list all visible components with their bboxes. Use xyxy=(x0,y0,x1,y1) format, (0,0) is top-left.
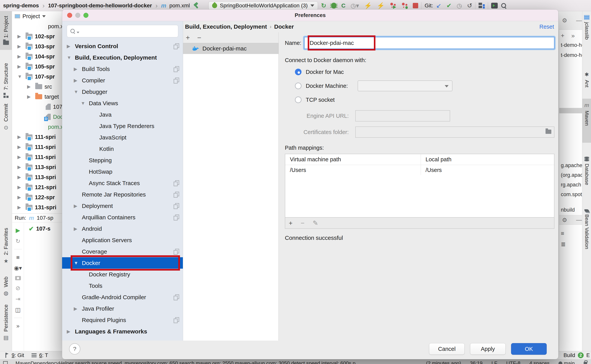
project-tree-row[interactable]: pom.xml xyxy=(12,21,62,31)
project-tree-row[interactable]: 111-spri xyxy=(12,132,62,142)
tree-arrow-icon[interactable] xyxy=(17,54,24,59)
tool-button-ant[interactable]: ✱ Ant xyxy=(582,72,591,87)
project-tree-row[interactable]: 113-spri xyxy=(12,172,62,182)
radio-on-icon[interactable] xyxy=(295,69,302,75)
column-header-local-path[interactable]: Local path xyxy=(421,154,554,165)
expand-icon[interactable]: ≣ xyxy=(561,241,582,247)
project-panel-header[interactable]: Project xyxy=(12,11,62,21)
minimize-window-button[interactable] xyxy=(75,13,80,18)
add-mapping-button[interactable]: + xyxy=(289,219,293,227)
radio-tcp-socket[interactable]: TCP socket xyxy=(285,94,554,105)
tree-arrow-icon[interactable] xyxy=(17,164,24,170)
radio-off-icon[interactable] xyxy=(295,83,302,89)
settings-search-input[interactable] xyxy=(67,25,178,37)
tree-arrow-icon[interactable] xyxy=(67,340,73,341)
git-update-icon[interactable]: ↙ xyxy=(436,2,441,9)
breadcrumb-module[interactable]: 107-springboot-demo-helloworld-docker xyxy=(48,2,152,9)
run-with-coverage-icon[interactable]: C xyxy=(341,3,346,8)
settings-tree-item[interactable]: Docker Registry xyxy=(62,269,183,280)
tree-arrow-icon[interactable] xyxy=(17,44,24,49)
tool-button-build[interactable]: Build xyxy=(564,352,575,358)
more-actions-icon[interactable]: » xyxy=(16,323,20,329)
encoding[interactable]: UTF-8 xyxy=(506,360,521,364)
hide-panel-icon[interactable]: — xyxy=(576,217,582,223)
search-options-caret-icon[interactable] xyxy=(77,32,79,33)
project-tree-row[interactable]: 107-spr xyxy=(12,72,62,82)
tree-arrow-icon[interactable] xyxy=(17,34,24,39)
show-passed-eye-icon[interactable]: ◉▾ xyxy=(14,265,22,271)
settings-tree-item[interactable]: Gradle-Android Compiler xyxy=(62,292,183,303)
run-anything-icon[interactable] xyxy=(491,3,498,8)
stop-button[interactable] xyxy=(413,3,418,8)
project-tree-row[interactable]: 131-spri xyxy=(12,202,62,212)
tree-arrow-icon[interactable] xyxy=(67,44,73,49)
settings-tree-item[interactable]: Java xyxy=(62,109,183,120)
tool-button-structure[interactable]: 7: Structure xyxy=(0,63,12,98)
tool-button-bean-validation[interactable]: Bean Validation xyxy=(582,209,591,249)
mute-breakpoints-icon[interactable]: ⊘ xyxy=(15,285,20,291)
tree-arrow-icon[interactable] xyxy=(17,64,24,69)
git-rollback-icon[interactable]: ↺ xyxy=(467,2,472,9)
maven-dep-row[interactable]: (org.apac xyxy=(561,172,582,178)
remove-mapping-button[interactable]: − xyxy=(301,219,305,227)
tool-button-project[interactable]: 1: Project xyxy=(0,16,12,45)
git-history-icon[interactable]: ◷ xyxy=(457,2,462,9)
sort-icon[interactable]: ≡ xyxy=(561,230,582,237)
rerun-failed-icon[interactable]: ↻ xyxy=(15,238,20,244)
gear-icon[interactable]: ⚙ xyxy=(562,17,567,24)
settings-tree-item[interactable]: Debugger xyxy=(62,86,183,98)
line-ending[interactable]: LF xyxy=(492,360,497,364)
run-config-name[interactable]: 107-sp xyxy=(37,215,53,221)
apply-button[interactable]: Apply xyxy=(470,343,506,355)
split-view-icon[interactable]: ◫ xyxy=(15,307,20,313)
settings-tree-item[interactable]: Tools xyxy=(62,280,183,292)
docker-machine-select[interactable] xyxy=(358,80,453,91)
breadcrumb-project[interactable]: spring-demos xyxy=(3,2,39,9)
maven-dep-row[interactable]: rg.apach xyxy=(561,182,582,188)
settings-tree-item[interactable]: HotSwap xyxy=(62,166,183,177)
tree-arrow-icon[interactable] xyxy=(67,55,73,60)
event-count-badge[interactable]: 2 xyxy=(578,352,584,358)
maven-module-row[interactable]: t-demo-he xyxy=(561,42,582,48)
tree-arrow-icon[interactable] xyxy=(74,203,80,209)
radio-docker-machine[interactable]: Docker Machine: xyxy=(285,80,554,91)
settings-tree-item[interactable]: Async Stack Traces xyxy=(62,177,183,189)
tree-arrow-icon[interactable] xyxy=(17,195,24,200)
tree-arrow-icon[interactable] xyxy=(17,175,24,180)
tree-arrow-icon[interactable] xyxy=(74,78,80,83)
help-button[interactable]: ? xyxy=(69,343,80,355)
profiler-icon[interactable]: ◷▾ xyxy=(350,2,359,9)
tree-arrow-icon[interactable] xyxy=(17,134,24,140)
stop-icon[interactable]: ■ xyxy=(16,254,20,260)
tree-arrow-icon[interactable] xyxy=(17,205,24,210)
settings-tree-item[interactable]: Data Views xyxy=(62,98,183,109)
rerun-icon[interactable]: ▶ xyxy=(16,228,20,233)
project-tree-row[interactable]: 111-spri xyxy=(12,152,62,162)
settings-tree-item[interactable]: Coverage xyxy=(62,246,183,257)
settings-tree-item[interactable]: Compiler xyxy=(62,75,183,86)
vm-path-cell[interactable]: /Users xyxy=(285,165,421,175)
tree-arrow-icon[interactable] xyxy=(27,94,34,99)
search-everywhere-icon[interactable] xyxy=(501,3,507,8)
maven-dep-row[interactable]: g.apache xyxy=(561,162,582,169)
project-tree-row[interactable]: 104-spr xyxy=(12,52,62,61)
tree-arrow-icon[interactable] xyxy=(17,184,24,190)
build-hammer-icon[interactable] xyxy=(193,2,199,9)
toolwindow-toggle-icon[interactable] xyxy=(3,361,8,364)
git-commit-icon[interactable]: ✔ xyxy=(447,2,452,9)
tool-button-persistence[interactable]: Persistence ▤ xyxy=(0,305,12,341)
settings-tree-item[interactable]: Deployment xyxy=(62,200,183,212)
tree-arrow-icon[interactable] xyxy=(74,306,80,311)
maven-dep-row[interactable]: com.spoti xyxy=(561,191,582,197)
settings-tree-item[interactable]: JavaScript xyxy=(62,132,183,143)
tool-button-todo[interactable]: 6: T xyxy=(39,352,48,358)
tree-arrow-icon[interactable] xyxy=(81,101,87,106)
settings-tree-item[interactable]: Arquillian Containers xyxy=(62,212,183,223)
jump-to-source-icon[interactable]: ⇥ xyxy=(15,296,20,302)
remove-docker-button[interactable]: − xyxy=(197,34,201,42)
run-button[interactable]: ↻ xyxy=(321,2,326,9)
settings-tree-item[interactable]: Build Tools xyxy=(62,63,183,75)
edit-mapping-button[interactable]: ✎ xyxy=(313,219,318,227)
maven-dep-row[interactable]: nbuild xyxy=(561,207,582,213)
tree-arrow-icon[interactable] xyxy=(67,329,73,334)
